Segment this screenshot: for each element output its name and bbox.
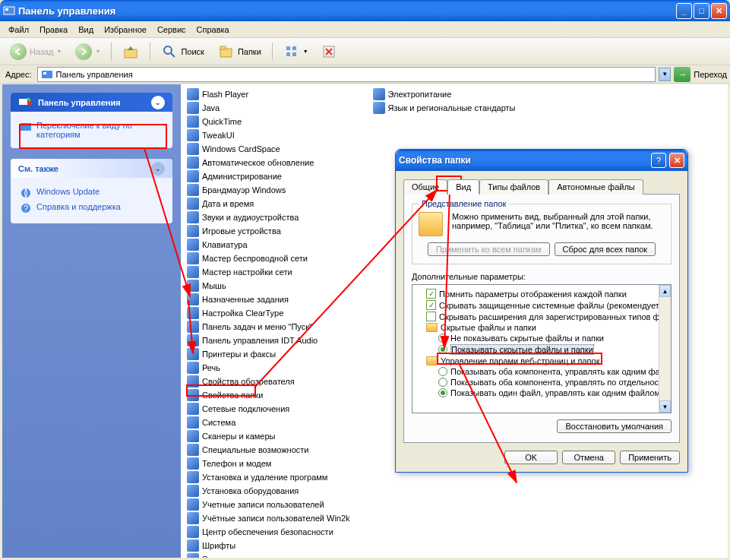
search-label: Поиск: [181, 47, 204, 56]
minimize-button[interactable]: _: [676, 3, 692, 19]
up-button[interactable]: [117, 41, 144, 62]
adv-dont-show-hidden[interactable]: Не показывать скрытые файлы и папки: [414, 333, 669, 343]
cp-item-label: Панель задач и меню "Пуск": [202, 322, 312, 331]
tab-file-types[interactable]: Типы файлов: [479, 179, 548, 195]
adv-pair-both-separate[interactable]: Показывать оба компонента, управлять по …: [414, 377, 669, 388]
delete-button[interactable]: [317, 41, 341, 62]
cp-item[interactable]: Свойства папки: [187, 388, 350, 402]
cp-item[interactable]: Принтеры и факсы: [187, 347, 350, 361]
menu-favorites[interactable]: Избранное: [99, 24, 152, 36]
svg-rect-7: [286, 46, 290, 50]
cp-item[interactable]: Мастер настройки сети: [187, 265, 350, 279]
cp-item[interactable]: Игровые устройства: [187, 224, 350, 238]
cp-item[interactable]: Настройка ClearType: [187, 306, 350, 320]
panel-header[interactable]: Панель управления ⌄: [11, 93, 172, 112]
cp-item-icon: [187, 280, 199, 292]
cp-item[interactable]: Телефон и модем: [187, 457, 350, 470]
cp-item-label: Клавиатура: [202, 240, 248, 249]
scroll-up-button[interactable]: ▲: [659, 285, 671, 297]
tab-general[interactable]: Общие: [403, 179, 447, 195]
cp-item[interactable]: Установка оборудования: [187, 484, 350, 498]
menu-tools[interactable]: Сервис: [152, 24, 191, 36]
advanced-settings-list[interactable]: ✓Помнить параметры отображения каждой па…: [412, 284, 672, 413]
toolbar: Назад ▼ ▼ Поиск Папки ▼: [0, 38, 730, 65]
apply-button[interactable]: Применить: [620, 451, 680, 464]
tab-offline-files[interactable]: Автономные файлы: [548, 179, 643, 195]
cp-item[interactable]: Свойства обозревателя: [187, 375, 350, 388]
sidebar-link-windows-update[interactable]: Windows Update: [20, 185, 163, 201]
adv-pair-both-single[interactable]: Показывать оба компонента, управлять как…: [414, 366, 669, 377]
cp-item[interactable]: Сетевые подключения: [187, 402, 350, 416]
reset-all-button[interactable]: Сброс для всех папок: [555, 242, 656, 256]
cp-item[interactable]: Сканеры и камеры: [187, 429, 350, 443]
cp-item[interactable]: Брандмауэр Windows: [187, 183, 350, 197]
address-input[interactable]: Панель управления: [37, 67, 656, 82]
cp-item[interactable]: Мышь: [187, 279, 350, 293]
address-dropdown-button[interactable]: ▼: [659, 68, 671, 81]
panel-header[interactable]: См. также ⌄: [11, 159, 172, 178]
help-button[interactable]: ?: [651, 153, 666, 168]
folders-button[interactable]: Папки: [213, 41, 267, 62]
adv-remember-view[interactable]: ✓Помнить параметры отображения каждой па…: [414, 288, 669, 299]
ok-button[interactable]: OK: [504, 451, 558, 464]
sidebar-link-help[interactable]: ? Справка и поддержка: [20, 201, 163, 216]
scrollbar[interactable]: ▲ ▼: [659, 285, 671, 413]
tab-view[interactable]: Вид: [447, 179, 479, 195]
cp-item[interactable]: Система: [187, 416, 350, 429]
cp-item[interactable]: Звуки и аудиоустройства: [187, 210, 350, 224]
cp-item-label: Речь: [202, 363, 220, 372]
menu-help[interactable]: Справка: [191, 24, 235, 36]
cp-item[interactable]: Шрифты: [187, 539, 350, 552]
cp-item[interactable]: Flash Player: [187, 87, 350, 101]
back-label: Назад: [30, 47, 54, 56]
adv-hide-extensions[interactable]: Скрывать расширения для зарегистрированн…: [414, 311, 669, 322]
cp-item[interactable]: Центр обеспечения безопасности: [187, 525, 350, 539]
back-button[interactable]: Назад ▼: [5, 41, 67, 62]
restore-defaults-button[interactable]: Восстановить умолчания: [557, 419, 672, 433]
cp-item[interactable]: Электропитание: [373, 87, 516, 101]
cancel-button[interactable]: Отмена: [562, 451, 615, 464]
cp-item[interactable]: QuickTime: [187, 115, 350, 128]
menu-edit[interactable]: Правка: [34, 24, 73, 36]
cp-item[interactable]: Учетные записи пользователей: [187, 498, 350, 511]
cp-item[interactable]: Установка и удаление программ: [187, 470, 350, 484]
cp-item[interactable]: Назначенные задания: [187, 293, 350, 306]
cp-item-icon: [187, 293, 199, 305]
cp-item[interactable]: Клавиатура: [187, 238, 350, 252]
sidebar-panel-control-panel: Панель управления ⌄ Переключение к виду …: [11, 93, 172, 148]
views-button[interactable]: ▼: [278, 41, 314, 62]
cp-item[interactable]: Панель задач и меню "Пуск": [187, 320, 350, 334]
cp-item[interactable]: Речь: [187, 361, 350, 375]
cp-item[interactable]: Автоматическое обновление: [187, 156, 350, 169]
dialog-close-button[interactable]: ✕: [669, 153, 684, 168]
sidebar-link-category-view[interactable]: Переключение к виду по категориям: [20, 119, 163, 141]
cp-item-icon: [187, 375, 199, 388]
maximize-button[interactable]: □: [694, 3, 709, 19]
adv-hide-protected[interactable]: ✓Скрывать защищенные системные файлы (ре…: [414, 299, 669, 311]
menu-view[interactable]: Вид: [73, 24, 99, 36]
cp-item[interactable]: Панель управления IDT Audio: [187, 334, 350, 347]
cp-item[interactable]: Специальные возможности: [187, 443, 350, 457]
cp-item[interactable]: Учётные записи пользователей Win2k: [187, 511, 350, 525]
cp-item[interactable]: Дата и время: [187, 197, 350, 210]
cp-item-icon: [373, 102, 385, 114]
cp-item-icon: [187, 485, 199, 497]
cp-item[interactable]: Язык и региональные стандарты: [373, 101, 516, 115]
apply-to-all-button[interactable]: Применить ко всем папкам: [428, 242, 550, 256]
close-button[interactable]: ✕: [711, 3, 727, 19]
search-button[interactable]: Поиск: [156, 41, 209, 62]
scroll-down-button[interactable]: ▼: [659, 400, 671, 413]
cp-item-label: Сканеры и камеры: [202, 432, 275, 441]
cp-item[interactable]: TweakUI: [187, 128, 350, 142]
cp-item[interactable]: Экран: [187, 552, 350, 558]
adv-show-hidden[interactable]: Показывать скрытые файлы и папки: [414, 343, 669, 356]
cp-item[interactable]: Мастер беспроводной сети: [187, 252, 350, 265]
adv-pair-single[interactable]: Показывать один файл, управлять как одни…: [414, 388, 669, 398]
forward-button[interactable]: ▼: [70, 41, 106, 62]
menu-file[interactable]: Файл: [3, 24, 34, 36]
cp-item-label: Flash Player: [202, 90, 248, 99]
cp-item[interactable]: Windows CardSpace: [187, 142, 350, 156]
go-button[interactable]: →: [674, 67, 690, 82]
cp-item[interactable]: Администрирование: [187, 169, 350, 183]
cp-item[interactable]: Java: [187, 101, 350, 115]
